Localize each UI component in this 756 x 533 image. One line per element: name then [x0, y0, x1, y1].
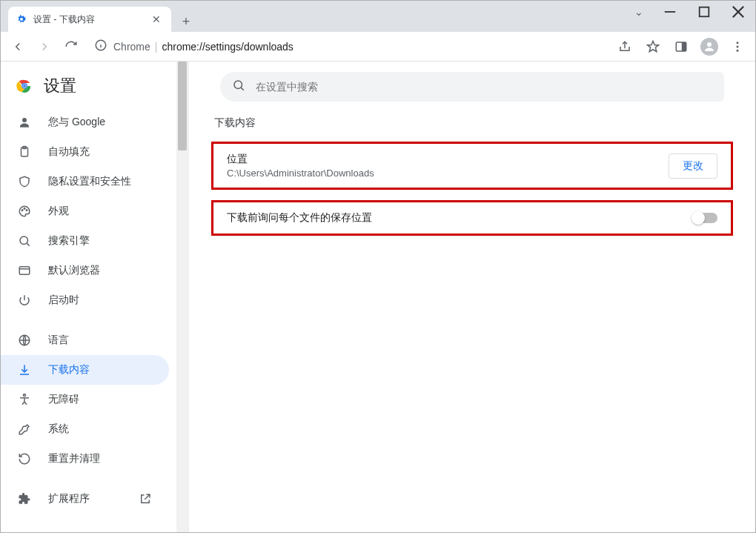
svg-point-17	[23, 85, 26, 87]
avatar-icon	[700, 38, 718, 56]
sidebar-item-label: 默认浏览器	[48, 264, 100, 277]
menu-icon[interactable]	[726, 35, 749, 59]
url-scheme: Chrome	[113, 41, 150, 53]
sidebar-item-extension[interactable]: 扩展程序	[1, 484, 169, 514]
download-location-card: 位置 C:\Users\Administrator\Downloads 更改	[211, 142, 733, 190]
sidebar: 设置 您与 Google自动填充隐私设置和安全性外观搜索引擎默认浏览器启动时 语…	[1, 62, 176, 532]
sidebar-item-download[interactable]: 下载内容	[1, 355, 169, 385]
reload-button[interactable]	[60, 36, 82, 58]
ask-before-download-card: 下载前询问每个文件的保存位置	[211, 200, 733, 236]
restore-icon	[17, 451, 32, 466]
sidebar-item-label: 重置并清理	[48, 452, 100, 466]
browser-tab[interactable]: 设置 - 下载内容 ✕	[8, 7, 171, 32]
svg-rect-9	[682, 42, 686, 51]
close-tab-icon[interactable]: ✕	[149, 13, 164, 25]
download-icon	[17, 362, 32, 377]
svg-point-12	[737, 45, 739, 47]
person-icon	[17, 115, 32, 130]
svg-line-25	[27, 243, 29, 245]
forward-button[interactable]	[33, 36, 56, 58]
new-tab-button[interactable]: +	[176, 11, 196, 32]
sidebar-item-label: 下载内容	[48, 363, 90, 377]
chrome-logo-icon	[16, 77, 33, 95]
sidebar-item-globe[interactable]: 语言	[1, 325, 169, 355]
site-info-icon[interactable]	[94, 39, 107, 54]
svg-point-24	[20, 236, 28, 245]
svg-point-11	[737, 42, 739, 44]
sidebar-item-search[interactable]: 搜索引擎	[1, 226, 169, 256]
svg-point-23	[26, 210, 27, 211]
sidebar-item-label: 隐私设置和安全性	[48, 175, 131, 188]
sidebar-item-label: 您与 Google	[48, 116, 105, 129]
minimize-button[interactable]	[653, 1, 687, 23]
globe-icon	[17, 333, 32, 348]
scrollbar-thumb[interactable]	[178, 62, 187, 150]
shield-icon	[17, 174, 32, 189]
url-path: chrome://settings/downloads	[162, 41, 293, 53]
toolbar: Chrome | chrome://settings/downloads	[1, 32, 755, 62]
back-button[interactable]	[7, 36, 29, 58]
svg-point-31	[234, 81, 242, 89]
svg-rect-26	[19, 267, 30, 275]
sidebar-item-label: 系统	[48, 423, 69, 436]
accessibility-icon	[17, 392, 32, 407]
wrench-icon	[17, 422, 32, 437]
sidebar-item-browser[interactable]: 默认浏览器	[1, 256, 169, 285]
svg-point-30	[24, 394, 26, 397]
sidebar-scrollbar[interactable]	[176, 62, 188, 532]
ask-before-toggle[interactable]	[692, 213, 717, 223]
sidebar-item-restore[interactable]: 重置并清理	[1, 444, 169, 474]
search-input[interactable]	[256, 81, 712, 93]
sidebar-item-palette[interactable]: 外观	[1, 196, 169, 226]
side-panel-icon[interactable]	[669, 35, 693, 59]
sidebar-item-label: 扩展程序	[48, 492, 90, 506]
sidebar-item-accessibility[interactable]: 无障碍	[1, 385, 169, 414]
clipboard-icon	[17, 145, 32, 159]
search-icon	[232, 79, 245, 95]
svg-point-22	[24, 208, 25, 210]
section-title: 下载内容	[214, 116, 733, 130]
tab-title: 设置 - 下载内容	[33, 13, 149, 26]
ask-before-label: 下载前询问每个文件的保存位置	[227, 211, 372, 225]
open-external-icon	[138, 491, 153, 506]
extension-icon	[17, 491, 32, 506]
toggle-knob	[692, 211, 705, 225]
sidebar-item-label: 启动时	[48, 294, 79, 307]
sidebar-item-label: 搜索引擎	[48, 234, 90, 248]
svg-point-10	[707, 42, 712, 47]
sidebar-item-label: 无障碍	[48, 393, 79, 406]
sidebar-item-label: 自动填充	[48, 145, 90, 159]
gear-icon	[16, 13, 27, 25]
settings-search[interactable]	[220, 72, 724, 102]
location-label: 位置	[227, 153, 374, 166]
sidebar-item-label: 外观	[48, 205, 69, 218]
bookmark-icon[interactable]	[641, 35, 665, 59]
svg-point-21	[21, 210, 23, 211]
sidebar-item-wrench[interactable]: 系统	[1, 414, 169, 444]
svg-point-18	[22, 118, 27, 122]
sidebar-item-label: 语言	[48, 334, 69, 347]
share-icon[interactable]	[613, 35, 637, 59]
sidebar-item-person[interactable]: 您与 Google	[1, 107, 169, 137]
main-panel: 下载内容 位置 C:\Users\Administrator\Downloads…	[189, 62, 755, 532]
sidebar-item-clipboard[interactable]: 自动填充	[1, 137, 169, 167]
power-icon	[17, 293, 32, 308]
sidebar-item-power[interactable]: 启动时	[1, 285, 169, 315]
titlebar: 设置 - 下载内容 ✕ + ⌄	[1, 1, 755, 32]
palette-icon	[17, 204, 32, 219]
profile-button[interactable]	[697, 35, 721, 59]
tab-search-icon[interactable]: ⌄	[625, 6, 653, 18]
sidebar-item-shield[interactable]: 隐私设置和安全性	[1, 167, 169, 196]
page-title: 设置	[44, 75, 76, 97]
change-location-button[interactable]: 更改	[669, 153, 717, 179]
svg-line-32	[241, 87, 243, 90]
search-icon	[17, 234, 32, 248]
location-path: C:\Users\Administrator\Downloads	[227, 168, 374, 179]
maximize-button[interactable]	[687, 1, 721, 23]
svg-marker-7	[648, 41, 659, 51]
svg-rect-1	[700, 7, 709, 17]
svg-point-13	[737, 49, 739, 51]
address-bar[interactable]: Chrome | chrome://settings/downloads	[87, 36, 609, 58]
close-window-button[interactable]	[721, 1, 755, 23]
browser-icon	[17, 263, 32, 278]
